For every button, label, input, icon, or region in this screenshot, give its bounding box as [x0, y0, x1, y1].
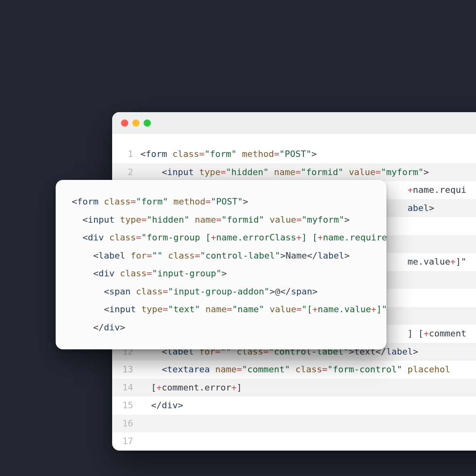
code-content: <form class="form" method="POST"> [140, 145, 476, 163]
code-line[interactable]: 17 [112, 432, 476, 451]
code-line: <form class="form" method="POST"> [72, 193, 370, 211]
minimize-icon[interactable] [132, 119, 140, 127]
close-icon[interactable] [121, 119, 128, 127]
code-line: <div class="form-group [+name.errorClass… [72, 229, 370, 247]
code-line[interactable]: 15 </div> [112, 397, 476, 415]
code-line[interactable]: 1<form class="form" method="POST"> [112, 145, 476, 163]
code-line[interactable]: 2 <input type="hidden" name="formid" val… [112, 163, 476, 182]
window-titlebar [112, 112, 476, 134]
line-number: 15 [112, 397, 140, 415]
line-number: 13 [112, 361, 140, 379]
line-number: 1 [112, 145, 140, 163]
code-content: <input type="hidden" name="formid" value… [140, 163, 476, 182]
code-content: </div> [140, 397, 476, 415]
code-line[interactable]: 14 [+comment.error+] [112, 379, 476, 397]
code-line: <label for="" class="control-label">Name… [72, 247, 370, 265]
code-content: [+comment.error+] [140, 379, 476, 397]
code-preview-popup: <form class="form" method="POST"> <input… [56, 180, 386, 349]
code-content [140, 432, 476, 451]
code-line: </div> [72, 319, 370, 337]
code-content [140, 415, 476, 433]
line-number: 14 [112, 379, 140, 397]
maximize-icon[interactable] [144, 119, 151, 127]
line-number: 17 [112, 432, 140, 451]
line-number: 16 [112, 415, 140, 433]
code-content: <textarea name="comment" class="form-con… [140, 361, 476, 379]
code-line: <div class="input-group"> [72, 265, 370, 283]
code-line: <input type="text" name="name" value="[+… [72, 301, 370, 319]
code-line: <input type="hidden" name="formid" value… [72, 211, 370, 229]
code-line[interactable]: 16 [112, 415, 476, 433]
code-line: <span class="input-group-addon">@</span> [72, 283, 370, 301]
code-line[interactable]: 13 <textarea name="comment" class="form-… [112, 361, 476, 379]
line-number: 2 [112, 163, 140, 182]
